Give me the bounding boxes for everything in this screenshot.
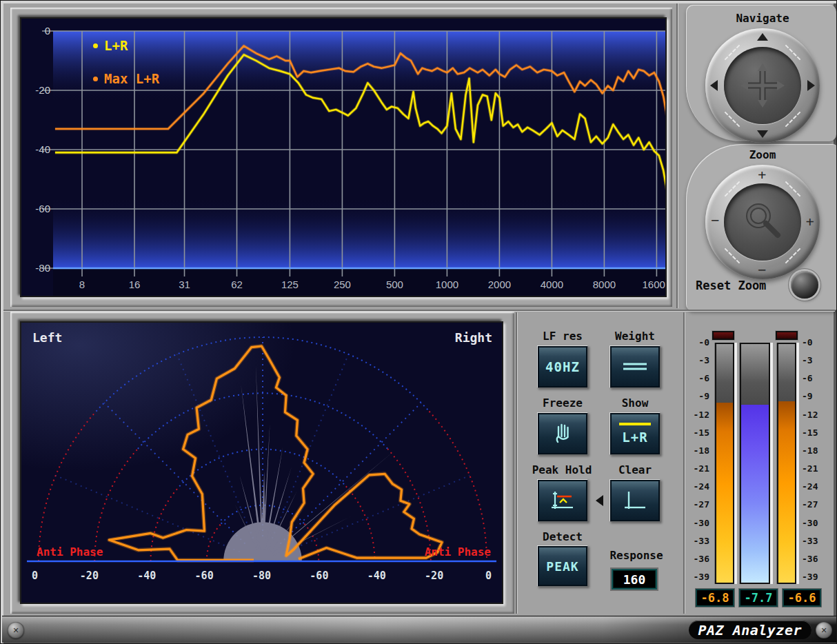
magnifier-icon — [738, 197, 787, 247]
meter-scale-label: -27 — [802, 499, 829, 510]
meter-scale-label: -27 — [685, 499, 709, 510]
svg-text:31: 31 — [179, 279, 190, 290]
divider — [676, 3, 678, 308]
navigate-pad-center[interactable] — [724, 47, 801, 124]
svg-text:16: 16 — [129, 279, 141, 290]
navigate-up-arrow-icon[interactable] — [757, 33, 768, 41]
spectrum-legend: L+R Max L+R — [93, 38, 159, 104]
svg-text:8: 8 — [79, 279, 85, 290]
level-readout-right: -6.6 — [783, 589, 821, 607]
show-button[interactable]: L+R — [609, 412, 660, 455]
freeze-button[interactable] — [537, 412, 588, 455]
navigate-pad[interactable] — [705, 28, 820, 143]
meter-scale-label: -3 — [685, 355, 709, 365]
zoom-out-bottom-icon[interactable]: − — [758, 263, 767, 278]
meter-scale-label: -0 — [685, 337, 709, 348]
clip-indicator-right[interactable] — [776, 331, 798, 340]
screw-icon: ✕ — [816, 622, 832, 638]
legend-label: L+R — [104, 38, 128, 53]
double-line-icon — [621, 360, 649, 374]
lf-res-button[interactable]: 40HZ — [537, 345, 588, 388]
svg-text:Left: Left — [32, 330, 62, 345]
level-readout-mid: -7.7 — [739, 589, 778, 607]
legend-dot-icon — [93, 43, 98, 48]
show-value: L+R — [622, 430, 647, 445]
svg-text:-20: -20 — [80, 570, 99, 582]
polar-display[interactable]: LeftRightAnti PhaseAnti Phase0-20-40-60-… — [20, 321, 503, 604]
svg-text:1000: 1000 — [436, 279, 458, 290]
peak-hold-label: Peak Hold — [523, 463, 601, 476]
svg-text:Anti Phase: Anti Phase — [37, 545, 103, 559]
lf-res-label: LF res — [532, 330, 594, 343]
level-meter-right — [777, 343, 796, 584]
reset-zoom-button[interactable] — [791, 271, 818, 299]
svg-text:62: 62 — [231, 279, 243, 290]
meter-scale-label: -15 — [802, 427, 829, 438]
svg-text:250: 250 — [334, 279, 351, 290]
legend-dot-icon — [93, 77, 98, 81]
meter-scale-label: -0 — [802, 337, 829, 348]
svg-text:-40: -40 — [367, 570, 386, 582]
clear-button[interactable] — [609, 479, 660, 522]
zoom-pad[interactable]: + + − − — [705, 165, 820, 279]
svg-text:500: 500 — [386, 279, 403, 290]
meter-scale-label: -21 — [685, 463, 709, 474]
meter-scale-label: -24 — [685, 481, 709, 492]
axes-icon — [622, 490, 648, 512]
zoom-out-left-icon[interactable]: − — [711, 213, 720, 228]
divider — [516, 312, 517, 614]
meter-scale-label: -9 — [802, 391, 829, 401]
screw-icon: ✕ — [8, 622, 24, 638]
meter-scale-label: -36 — [802, 554, 829, 564]
meter-scale-label: -30 — [802, 518, 829, 528]
meter-scale-label: -24 — [802, 481, 829, 492]
meter-scale-label: -15 — [685, 427, 709, 438]
peak-hold-axes-icon — [549, 490, 576, 512]
legend-label: Max L+R — [104, 71, 159, 86]
plugin-window: 0-20-40-60-80816316212525050010002000400… — [0, 0, 837, 644]
svg-text:0: 0 — [45, 25, 50, 37]
meter-scale-label: -6 — [685, 373, 709, 383]
navigate-right-arrow-icon[interactable] — [807, 80, 815, 91]
spectrum-panel: 0-20-40-60-80816316212525050010002000400… — [10, 8, 672, 307]
svg-text:Anti Phase: Anti Phase — [425, 545, 491, 559]
meter-scale-label: -6 — [802, 373, 829, 383]
lf-res-value: 40HZ — [545, 359, 580, 374]
meter-scale-label: -33 — [802, 536, 829, 546]
response-label: Response — [598, 549, 675, 562]
meter-scale-label: -30 — [685, 518, 709, 528]
svg-text:-80: -80 — [252, 570, 271, 582]
zoom-in-top-icon[interactable]: + — [758, 168, 767, 183]
zoom-in-right-icon[interactable]: + — [805, 214, 814, 230]
response-value: 160 — [623, 572, 646, 587]
svg-text:-20: -20 — [425, 570, 443, 582]
svg-text:-60: -60 — [35, 203, 50, 214]
legend-item-max-lr: Max L+R — [93, 71, 159, 86]
meter-scale-label: -3 — [802, 355, 829, 365]
polar-panel: LeftRightAnti PhaseAnti Phase0-20-40-60-… — [10, 312, 514, 614]
clear-label: Clear — [604, 463, 666, 476]
weight-button[interactable] — [609, 345, 660, 388]
meter-scale-label: -36 — [685, 554, 709, 564]
legend-item-lr: L+R — [93, 38, 159, 53]
plugin-title: PAZ Analyzer — [698, 622, 803, 638]
navigate-left-arrow-icon[interactable] — [710, 80, 718, 91]
response-value-box[interactable]: 160 — [612, 569, 657, 590]
peak-hold-button[interactable] — [537, 479, 588, 522]
navigate-down-arrow-icon[interactable] — [757, 130, 768, 138]
footer-bar: ✕ PAZ Analyzer ✕ — [2, 616, 836, 643]
spectrum-display[interactable]: 0-20-40-60-80816316212525050010002000400… — [20, 17, 667, 297]
meter-scale-label: -21 — [802, 463, 829, 474]
level-meter-mid — [740, 343, 770, 584]
clip-indicator-left[interactable] — [712, 331, 734, 340]
meter-fill — [741, 405, 769, 583]
detect-button[interactable]: PEAK — [537, 545, 588, 587]
meter-scale-label: -9 — [685, 391, 709, 401]
show-mode-bar-icon — [619, 423, 651, 425]
meter-scale-label: -12 — [802, 410, 829, 420]
svg-text:4000: 4000 — [541, 279, 563, 290]
zoom-pad-center[interactable] — [724, 183, 801, 261]
freeze-label: Freeze — [532, 396, 594, 410]
meter-scale-label: -18 — [802, 445, 829, 456]
svg-text:-40: -40 — [35, 143, 50, 155]
